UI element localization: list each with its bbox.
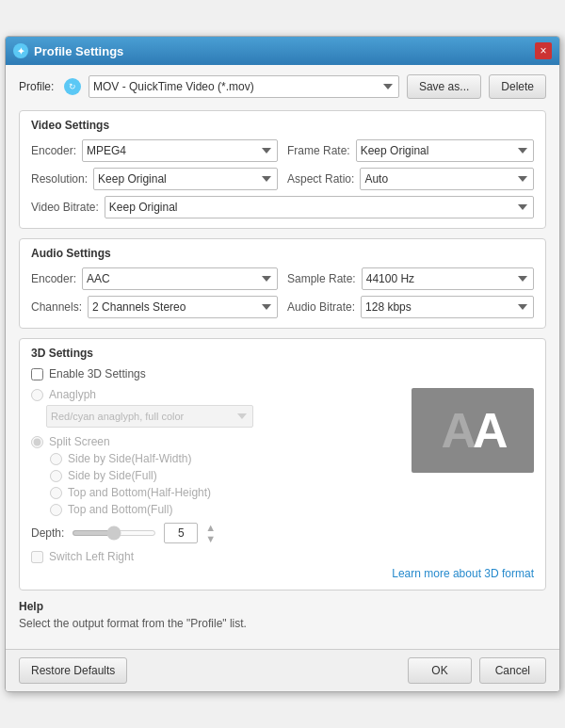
audio-bitrate-select[interactable]: 128 kbps [361,296,534,318]
profile-row: Profile: ↻ MOV - QuickTime Video (*.mov)… [19,74,546,99]
top-bottom-half-row: Top and Bottom(Half-Height) [50,486,402,499]
encoder-label: Encoder: [31,144,76,157]
top-bottom-full-radio[interactable] [50,504,62,516]
audio-encoder-select[interactable]: AAC [82,267,278,290]
enable-3d-checkbox[interactable] [31,368,43,380]
audio-settings-section: Audio Settings Encoder: AAC Sample Rate:… [19,238,546,329]
anaglyph-select[interactable]: Red/cyan anaglyph, full color [46,405,253,428]
switch-row: Switch Left Right [31,550,402,563]
main-window: ✦ Profile Settings × Profile: ↻ MOV - Qu… [5,36,560,692]
side-by-side-half-radio[interactable] [50,453,62,465]
frame-rate-select[interactable]: Keep Original [356,139,534,162]
depth-arrow: ▲▼ [205,522,216,544]
app-icon: ✦ [13,43,28,58]
split-screen-row: Split Screen [31,435,402,448]
window-title: Profile Settings [34,44,123,58]
aspect-ratio-select[interactable]: Auto [360,168,534,190]
anaglyph-select-row: Red/cyan anaglyph, full color [31,405,402,428]
split-screen-label: Split Screen [49,435,110,448]
frame-rate-label: Frame Rate: [287,144,350,157]
save-as-button[interactable]: Save as... [407,74,481,99]
audio-bitrate-row: Audio Bitrate: 128 kbps [287,296,534,318]
frame-rate-row: Frame Rate: Keep Original [287,139,534,162]
three-d-title: 3D Settings [31,347,534,360]
cancel-button[interactable]: Cancel [479,657,546,684]
side-by-side-half-row: Side by Side(Half-Width) [50,452,402,465]
encoder-row: Encoder: MPEG4 [31,139,278,162]
audio-encoder-label: Encoder: [31,272,76,285]
switch-label: Switch Left Right [49,550,134,563]
close-button[interactable]: × [535,42,552,59]
resolution-label: Resolution: [31,172,88,186]
help-title: Help [19,600,546,613]
top-bottom-half-radio[interactable] [50,487,62,499]
restore-defaults-button[interactable]: Restore Defaults [19,657,127,684]
sample-rate-select[interactable]: 44100 Hz [362,267,534,290]
ok-button[interactable]: OK [408,657,471,684]
top-bottom-full-row: Top and Bottom(Full) [50,503,402,516]
sample-rate-row: Sample Rate: 44100 Hz [287,267,534,290]
three-d-preview: AA [412,388,534,473]
depth-row: Depth: 5 ▲▼ [31,522,402,544]
sample-rate-label: Sample Rate: [287,272,356,285]
profile-select[interactable]: MOV - QuickTime Video (*.mov) [89,75,399,98]
video-settings-section: Video Settings Encoder: MPEG4 Frame Rate… [19,110,546,229]
top-bottom-half-label: Top and Bottom(Half-Height) [68,486,211,499]
audio-settings-title: Audio Settings [31,247,534,260]
content-area: Profile: ↻ MOV - QuickTime Video (*.mov)… [6,65,559,649]
enable-3d-row: Enable 3D Settings [31,367,534,380]
footer-right: OK Cancel [408,657,546,684]
split-screen-radio[interactable] [31,436,43,448]
top-bottom-full-label: Top and Bottom(Full) [68,503,172,516]
audio-encoder-row: Encoder: AAC [31,267,278,290]
help-text: Select the output format from the "Profi… [19,617,546,630]
encoder-select[interactable]: MPEG4 [82,139,278,162]
video-settings-title: Video Settings [31,119,534,132]
learn-more-row: Learn more about 3D format [31,567,534,580]
depth-label: Depth: [31,526,64,540]
anaglyph-row: Anaglyph [31,388,402,401]
resolution-row: Resolution: Keep Original [31,168,278,190]
side-by-side-half-label: Side by Side(Half-Width) [68,452,191,465]
depth-value: 5 [164,523,198,543]
aspect-ratio-label: Aspect Ratio: [287,172,354,186]
aspect-ratio-row: Aspect Ratio: Auto [287,168,534,190]
channels-row: Channels: 2 Channels Stereo [31,296,278,318]
title-bar-left: ✦ Profile Settings [13,43,123,58]
enable-3d-label: Enable 3D Settings [49,367,146,380]
channels-label: Channels: [31,300,82,314]
anaglyph-radio[interactable] [31,389,43,401]
footer: Restore Defaults OK Cancel [6,649,559,691]
depth-slider[interactable] [72,530,156,536]
title-bar: ✦ Profile Settings × [6,37,559,65]
anaglyph-label: Anaglyph [49,388,96,401]
help-section: Help Select the output format from the "… [19,600,546,630]
three-d-bottom: Anaglyph Red/cyan anaglyph, full color S… [31,388,534,563]
aa-preview: AA [441,402,504,459]
audio-bitrate-label: Audio Bitrate: [287,300,355,314]
three-d-settings-section: 3D Settings Enable 3D Settings Anaglyph [19,338,546,590]
side-by-side-full-row: Side by Side(Full) [50,469,402,482]
video-bitrate-label: Video Bitrate: [31,201,99,214]
learn-more-link[interactable]: Learn more about 3D format [392,567,534,580]
video-settings-grid: Encoder: MPEG4 Frame Rate: Keep Original… [31,139,534,190]
video-bitrate-row: Video Bitrate: Keep Original [31,196,534,218]
resolution-select[interactable]: Keep Original [93,168,278,190]
profile-icon: ↻ [64,78,81,95]
profile-label: Profile: [19,80,56,93]
three-d-left: Anaglyph Red/cyan anaglyph, full color S… [31,388,402,563]
side-by-side-full-label: Side by Side(Full) [68,469,157,482]
switch-checkbox[interactable] [31,551,43,563]
side-by-side-full-radio[interactable] [50,470,62,482]
audio-settings-grid: Encoder: AAC Sample Rate: 44100 Hz Chann… [31,267,534,318]
channels-select[interactable]: 2 Channels Stereo [88,296,278,318]
video-bitrate-select[interactable]: Keep Original [105,196,534,218]
delete-button[interactable]: Delete [489,74,546,99]
